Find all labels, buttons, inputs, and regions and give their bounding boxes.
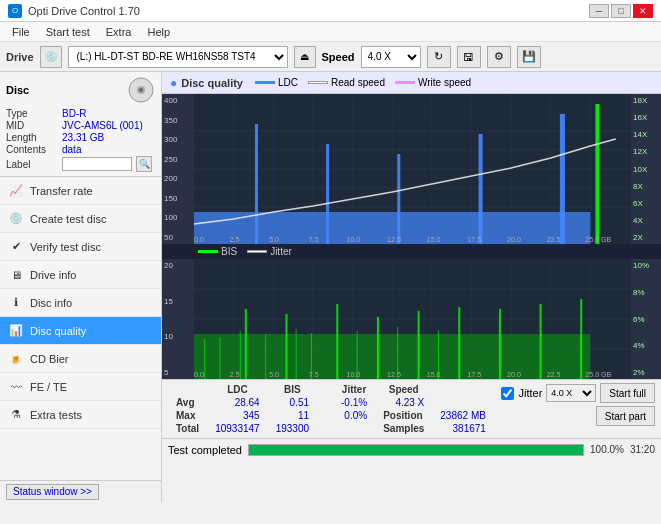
max-row-label: Max bbox=[168, 409, 207, 422]
svg-text:22.5: 22.5 bbox=[547, 371, 561, 378]
disc-label-row: Label 🔍 bbox=[6, 156, 155, 172]
speed-col-header: Speed bbox=[375, 383, 432, 396]
sidebar-item-transfer-rate[interactable]: 📈 Transfer rate bbox=[0, 177, 161, 205]
jitter-legend-label: Jitter bbox=[270, 246, 292, 257]
sidebar-item-extra-tests[interactable]: ⚗ Extra tests bbox=[0, 401, 161, 429]
dq-icon: ● bbox=[170, 76, 177, 90]
type-value: BD-R bbox=[62, 108, 86, 119]
max-ldc-val: 345 bbox=[207, 409, 268, 422]
disc-panel: Disc Type BD-R MID JVC-AMS6L (001) bbox=[0, 72, 161, 177]
svg-rect-22 bbox=[255, 124, 258, 244]
svg-rect-62 bbox=[580, 299, 582, 379]
samples-label: Samples bbox=[375, 422, 432, 435]
label-search-button[interactable]: 🔍 bbox=[136, 156, 152, 172]
settings-button[interactable]: ⚙ bbox=[487, 46, 511, 68]
sidebar-item-fe-te[interactable]: 〰 FE / TE bbox=[0, 373, 161, 401]
svg-text:17.5: 17.5 bbox=[467, 371, 481, 378]
svg-text:7.5: 7.5 bbox=[309, 371, 319, 378]
drive-icon-btn[interactable]: 💿 bbox=[40, 46, 62, 68]
jitter-checkbox[interactable] bbox=[501, 387, 514, 400]
svg-text:12.5: 12.5 bbox=[387, 236, 401, 243]
mid-value: JVC-AMS6L (001) bbox=[62, 120, 143, 131]
svg-text:17.5: 17.5 bbox=[467, 236, 481, 243]
create-test-disc-icon: 💿 bbox=[8, 211, 24, 227]
disc-icons bbox=[127, 76, 155, 104]
status-window-button[interactable]: Status window >> bbox=[6, 484, 99, 500]
avg-bis-val: 0.51 bbox=[268, 396, 317, 409]
read-speed-color bbox=[308, 81, 328, 84]
speed-select[interactable]: 4.0 X bbox=[361, 46, 421, 68]
start-full-button[interactable]: Start full bbox=[600, 383, 655, 403]
save-button[interactable]: 💾 bbox=[517, 46, 541, 68]
svg-rect-24 bbox=[397, 154, 400, 244]
svg-text:10.0: 10.0 bbox=[346, 371, 360, 378]
write-speed-label: Write speed bbox=[418, 77, 471, 88]
upper-y-left: 400 350 300 250 200 150 100 50 bbox=[162, 94, 194, 244]
svg-rect-64 bbox=[219, 337, 220, 379]
nav-label-disc-info: Disc info bbox=[30, 297, 72, 309]
upper-chart-container: 400 350 300 250 200 150 100 50 bbox=[162, 94, 661, 244]
menubar: File Start test Extra Help bbox=[0, 22, 661, 42]
bis-color bbox=[198, 250, 218, 253]
disc-info-icon: ℹ bbox=[8, 295, 24, 311]
maximize-button[interactable]: □ bbox=[611, 4, 631, 18]
menu-extra[interactable]: Extra bbox=[98, 24, 140, 40]
svg-text:25.0 GB: 25.0 GB bbox=[585, 371, 611, 378]
dq-title: Disc quality bbox=[181, 77, 243, 89]
sidebar-item-create-test-disc[interactable]: 💿 Create test disc bbox=[0, 205, 161, 233]
sidebar-statusbar: Status window >> bbox=[0, 480, 161, 502]
sidebar-item-disc-info[interactable]: ℹ Disc info bbox=[0, 289, 161, 317]
empty-cell6 bbox=[333, 422, 375, 435]
svg-text:2.5: 2.5 bbox=[230, 236, 240, 243]
svg-rect-54 bbox=[245, 309, 247, 379]
svg-text:7.5: 7.5 bbox=[309, 236, 319, 243]
menu-start-test[interactable]: Start test bbox=[38, 24, 98, 40]
svg-rect-56 bbox=[336, 304, 338, 379]
progress-pct: 100.0% bbox=[590, 444, 624, 455]
start-part-button[interactable]: Start part bbox=[596, 406, 655, 426]
svg-text:12.5: 12.5 bbox=[387, 371, 401, 378]
avg-jitter-val: -0.1% bbox=[333, 396, 375, 409]
progress-bar bbox=[248, 444, 584, 456]
eject-button[interactable]: ⏏ bbox=[294, 46, 316, 68]
label-label: Label bbox=[6, 159, 58, 170]
legend: LDC Read speed Write speed bbox=[255, 77, 471, 88]
jitter-col-header: Jitter bbox=[333, 383, 375, 396]
disc-img-button[interactable]: 🖫 bbox=[457, 46, 481, 68]
close-button[interactable]: ✕ bbox=[633, 4, 653, 18]
legend-write-speed: Write speed bbox=[395, 77, 471, 88]
empty-cell bbox=[168, 383, 207, 396]
extra-tests-icon: ⚗ bbox=[8, 407, 24, 423]
label-input[interactable] bbox=[62, 157, 132, 171]
sidebar-item-verify-test-disc[interactable]: ✔ Verify test disc bbox=[0, 233, 161, 261]
refresh-button[interactable]: ↻ bbox=[427, 46, 451, 68]
jitter-row: Jitter 4.0 X Start full bbox=[501, 383, 655, 403]
empty-cell4 bbox=[317, 409, 333, 422]
svg-rect-66 bbox=[265, 334, 266, 379]
drivebar: Drive 💿 (L:) HL-DT-ST BD-RE WH16NS58 TST… bbox=[0, 42, 661, 72]
app-title: Opti Drive Control 1.70 bbox=[28, 5, 140, 17]
max-jitter-val: 0.0% bbox=[333, 409, 375, 422]
legend-ldc: LDC bbox=[255, 77, 298, 88]
nav-label-disc-quality: Disc quality bbox=[30, 325, 86, 337]
sidebar-item-drive-info[interactable]: 🖥 Drive info bbox=[0, 261, 161, 289]
speed-select-stats[interactable]: 4.0 X bbox=[546, 384, 596, 402]
dq-header: ● Disc quality LDC Read speed Write spee… bbox=[162, 72, 661, 94]
sidebar-item-disc-quality[interactable]: 📊 Disc quality bbox=[0, 317, 161, 345]
svg-rect-25 bbox=[479, 134, 483, 244]
menu-help[interactable]: Help bbox=[139, 24, 178, 40]
menu-file[interactable]: File bbox=[4, 24, 38, 40]
svg-rect-61 bbox=[540, 304, 542, 379]
sidebar-item-cd-bier[interactable]: 🍺 CD Bier bbox=[0, 345, 161, 373]
contents-value: data bbox=[62, 144, 81, 155]
svg-rect-57 bbox=[377, 317, 379, 379]
svg-text:5.0: 5.0 bbox=[269, 371, 279, 378]
minimize-button[interactable]: ─ bbox=[589, 4, 609, 18]
drive-select[interactable]: (L:) HL-DT-ST BD-RE WH16NS58 TST4 bbox=[68, 46, 288, 68]
ldc-label: LDC bbox=[278, 77, 298, 88]
titlebar: O Opti Drive Control 1.70 ─ □ ✕ bbox=[0, 0, 661, 22]
svg-rect-60 bbox=[499, 309, 501, 379]
disc-contents-row: Contents data bbox=[6, 144, 155, 155]
disc-header-label: Disc bbox=[6, 84, 29, 96]
main-layout: Disc Type BD-R MID JVC-AMS6L (001) bbox=[0, 72, 661, 502]
